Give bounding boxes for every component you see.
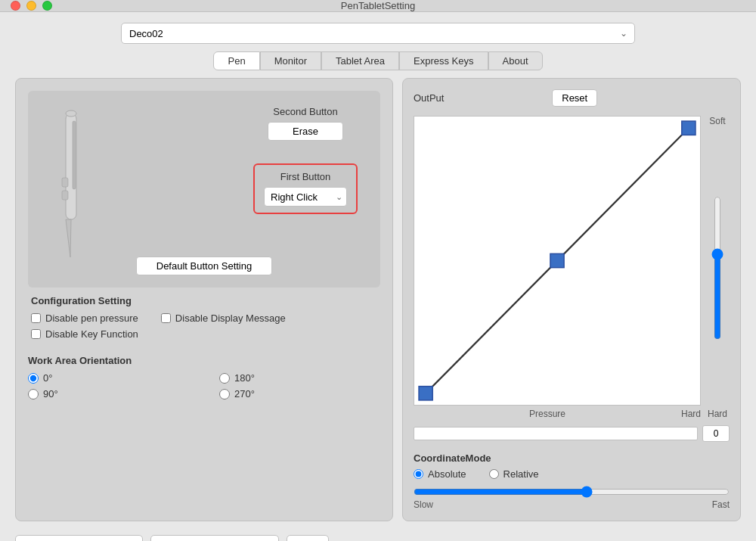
- default-button-setting[interactable]: Default Button Setting: [136, 257, 272, 275]
- svg-marker-2: [66, 219, 71, 257]
- window-controls[interactable]: [11, 1, 52, 11]
- disable-key-function-item[interactable]: Disable Key Function: [31, 328, 138, 340]
- soft-label: Soft: [709, 116, 725, 126]
- fast-label: Fast: [712, 499, 730, 510]
- curve-canvas[interactable]: [414, 116, 701, 406]
- right-panel: OutPut Reset: [402, 78, 741, 521]
- output-label: OutPut: [414, 92, 444, 104]
- svg-point-5: [66, 110, 76, 117]
- coordinate-title: CoordinateMode: [414, 452, 730, 464]
- svg-rect-1: [73, 121, 76, 189]
- speed-slider[interactable]: [414, 486, 730, 498]
- disable-key-function-label: Disable Key Function: [45, 328, 138, 340]
- device-selector-wrapper: Deco02: [121, 23, 635, 44]
- vertical-slider-container: Soft Hard: [705, 116, 730, 419]
- second-button-label: Second Button: [273, 106, 337, 117]
- orientation-180-label: 180°: [234, 372, 255, 384]
- left-panel: Second Button Erase First Button Right C…: [15, 78, 393, 521]
- curve-container: Pressure Hard: [414, 116, 701, 419]
- disable-key-function-checkbox[interactable]: [31, 329, 41, 339]
- svg-rect-8: [550, 253, 564, 267]
- disable-pen-pressure-item[interactable]: Disable pen pressure: [31, 312, 138, 324]
- speed-slider-row: Slow Fast: [414, 486, 730, 510]
- svg-rect-4: [62, 191, 68, 200]
- reset-button[interactable]: Reset: [552, 89, 597, 107]
- tab-pen[interactable]: Pen: [213, 51, 259, 70]
- curve-area: Pressure Hard Soft Hard: [414, 116, 730, 419]
- orientation-90-label: 90°: [43, 388, 58, 400]
- pen-graphic: [51, 106, 92, 265]
- orientation-180[interactable]: 180°: [219, 372, 380, 384]
- orientation-90-radio[interactable]: [28, 389, 39, 400]
- pen-area: Second Button Erase First Button Right C…: [28, 91, 380, 288]
- exit-button[interactable]: Exit: [287, 535, 329, 541]
- curve-labels: Pressure Hard: [414, 409, 701, 419]
- speed-labels: Slow Fast: [414, 499, 730, 510]
- absolute-label: Absolute: [428, 468, 466, 480]
- tabs-row: Pen Monitor Tablet Area Express Keys Abo…: [15, 51, 741, 70]
- disable-pen-pressure-checkbox[interactable]: [31, 313, 41, 323]
- orientation-0-radio[interactable]: [28, 373, 39, 384]
- absolute-radio-item[interactable]: Absolute: [414, 468, 466, 480]
- window-title: PenTabletSetting: [341, 0, 415, 11]
- bottom-row: Import configuration file Export configu…: [15, 529, 741, 541]
- pen-buttons-config: Second Button Erase First Button Right C…: [253, 106, 358, 214]
- device-selector-row: Deco02: [15, 23, 741, 44]
- orientation-270-label: 270°: [234, 388, 255, 400]
- import-config-button[interactable]: Import configuration file: [15, 535, 143, 541]
- orientation-section: Work Area Orientation 0° 180° 90°: [28, 355, 380, 400]
- orientation-180-radio[interactable]: [219, 373, 230, 384]
- curve-svg: [414, 117, 700, 405]
- config-section: Configuration Setting Disable pen pressu…: [28, 295, 380, 344]
- disable-display-message-label: Disable Display Message: [175, 312, 286, 324]
- default-btn-container: Default Button Setting: [136, 257, 272, 275]
- orientation-0[interactable]: 0°: [28, 372, 189, 384]
- orientation-270-radio[interactable]: [219, 389, 230, 400]
- disable-display-message-checkbox[interactable]: [161, 313, 171, 323]
- bottom-buttons: Import configuration file Export configu…: [15, 535, 329, 541]
- first-button-label: First Button: [280, 171, 330, 182]
- orientation-0-label: 0°: [43, 372, 52, 384]
- slow-label: Slow: [414, 499, 433, 510]
- pressure-bar: [414, 427, 698, 440]
- erase-button[interactable]: Erase: [268, 122, 343, 141]
- orientation-270[interactable]: 270°: [219, 388, 380, 400]
- maximize-button[interactable]: [42, 1, 52, 11]
- vertical-slider-wrapper: [710, 129, 725, 406]
- title-bar: PenTabletSetting: [0, 0, 756, 12]
- panels-row: Second Button Erase First Button Right C…: [15, 78, 741, 521]
- device-selector[interactable]: Deco02: [121, 23, 635, 44]
- relative-label: Relative: [503, 468, 539, 480]
- pressure-value: 0: [714, 428, 719, 439]
- tab-monitor[interactable]: Monitor: [260, 51, 321, 70]
- pressure-value-row: 0: [414, 425, 730, 442]
- config-title: Configuration Setting: [31, 295, 377, 306]
- first-button-select[interactable]: Right Click Left Click Middle Click None: [264, 187, 347, 207]
- hard-label: Hard: [681, 409, 701, 419]
- pressure-value-box: 0: [702, 425, 730, 442]
- svg-rect-7: [419, 387, 432, 400]
- absolute-radio[interactable]: [414, 469, 423, 479]
- pen-graphic-container: [51, 106, 92, 267]
- tab-express-keys[interactable]: Express Keys: [399, 51, 488, 70]
- pressure-slider[interactable]: [710, 196, 725, 340]
- pressure-label: Pressure: [529, 409, 565, 419]
- disable-display-message-item[interactable]: Disable Display Message: [161, 312, 286, 324]
- tab-tablet-area[interactable]: Tablet Area: [321, 51, 399, 70]
- orientation-grid: 0° 180° 90° 270°: [28, 372, 380, 400]
- output-row: OutPut Reset: [414, 89, 730, 107]
- relative-radio-item[interactable]: Relative: [489, 468, 539, 480]
- svg-rect-3: [62, 178, 68, 187]
- disable-pen-pressure-label: Disable pen pressure: [45, 312, 138, 324]
- svg-rect-9: [682, 121, 696, 135]
- first-button-dropdown: Right Click Left Click Middle Click None: [264, 187, 347, 207]
- checkbox-row-2: Disable Key Function: [31, 328, 377, 340]
- coordinate-section: CoordinateMode Absolute Relative Slow: [414, 452, 730, 510]
- orientation-90[interactable]: 90°: [28, 388, 189, 400]
- close-button[interactable]: [11, 1, 20, 11]
- export-config-button[interactable]: Export configuration file: [150, 535, 279, 541]
- relative-radio[interactable]: [489, 469, 499, 479]
- tab-about[interactable]: About: [488, 51, 543, 70]
- hard-slider-label: Hard: [708, 409, 727, 419]
- minimize-button[interactable]: [26, 1, 36, 11]
